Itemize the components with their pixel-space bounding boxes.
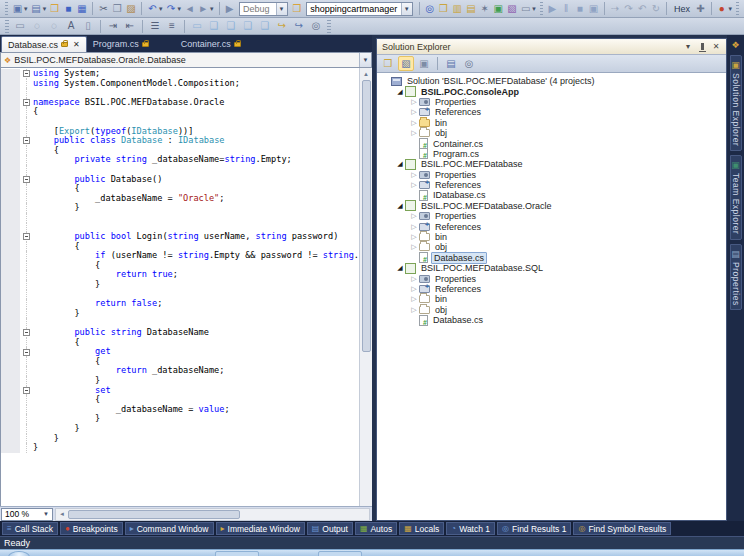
indicator-margin[interactable] xyxy=(1,376,20,386)
tree-item-properties[interactable]: ▷Properties xyxy=(377,170,726,180)
debug-config-combo[interactable]: Debug▼ xyxy=(239,2,288,16)
se-properties-icon[interactable]: ❒ xyxy=(380,56,396,71)
cut-icon[interactable]: ✂ xyxy=(97,1,110,16)
tree-item-program-cs[interactable]: Program.cs xyxy=(377,149,726,159)
uncomment-icon[interactable]: ≡ xyxy=(164,19,180,34)
document-tab-program-cs[interactable]: Program.cs xyxy=(87,36,155,52)
window-position-icon[interactable]: ▾ xyxy=(681,40,695,53)
collapse-region-icon[interactable] xyxy=(23,233,30,240)
outlining-margin[interactable] xyxy=(20,251,33,261)
taskbar-button[interactable] xyxy=(318,551,362,556)
start-debug-icon[interactable]: ▶ xyxy=(223,1,236,16)
dropdown-icon[interactable]: ▼ xyxy=(401,3,412,15)
se-show-all-files-icon[interactable]: ▧ xyxy=(398,56,414,71)
indicator-margin[interactable] xyxy=(1,309,20,319)
indicator-margin[interactable] xyxy=(1,347,20,357)
word-completion-icon[interactable]: A xyxy=(63,19,79,34)
quick-info-icon[interactable]: ▯ xyxy=(80,19,96,34)
find-combo[interactable]: shoppingcartmanager▼ xyxy=(306,2,412,16)
toolbar-grip[interactable] xyxy=(736,2,739,15)
properties-window-icon[interactable]: ▤ xyxy=(465,1,478,16)
outlining-margin[interactable] xyxy=(20,357,33,367)
open-file-icon[interactable]: ❒ xyxy=(48,1,61,16)
side-tab-solution-explorer[interactable]: ▣Solution Explorer xyxy=(730,55,742,151)
dropdown-icon[interactable]: ▼ xyxy=(276,3,287,15)
indicator-margin[interactable] xyxy=(1,357,20,367)
indicator-margin[interactable] xyxy=(1,338,20,348)
panel-tab-call-stack[interactable]: ≡Call Stack xyxy=(2,522,58,535)
indicator-margin[interactable] xyxy=(1,107,20,117)
solution-explorer-header[interactable]: Solution Explorer ▾ ✕ xyxy=(377,39,726,55)
show-next-statement-icon[interactable]: ⇢ xyxy=(609,1,622,16)
outlining-margin[interactable] xyxy=(20,213,33,223)
se-view-code-icon[interactable]: ▤ xyxy=(443,56,459,71)
indicator-margin[interactable] xyxy=(1,366,20,376)
outlining-margin[interactable] xyxy=(20,175,33,185)
tree-item-obj[interactable]: ▷obj xyxy=(377,242,726,252)
indicator-margin[interactable] xyxy=(1,280,20,290)
editor-zoom-select[interactable]: 100 % ▼ xyxy=(1,508,53,521)
outlining-margin[interactable] xyxy=(20,155,33,165)
dropdown-caret-icon[interactable]: ▼ xyxy=(23,6,29,12)
find-in-files-icon[interactable]: ◎ xyxy=(423,1,436,16)
collapse-region-icon[interactable] xyxy=(23,329,30,336)
tree-item-idatabase-cs[interactable]: IDatabase.cs xyxy=(377,190,726,200)
navigate-back-icon[interactable]: ◄ xyxy=(183,1,196,16)
dropdown-caret-icon[interactable]: ▼ xyxy=(727,6,733,12)
outlining-margin[interactable] xyxy=(20,146,33,156)
outlining-margin[interactable] xyxy=(20,405,33,415)
outlining-margin[interactable] xyxy=(20,88,33,98)
outlining-margin[interactable] xyxy=(20,270,33,280)
dropdown-caret-icon[interactable]: ▼ xyxy=(209,6,215,12)
toolbar-grip[interactable] xyxy=(5,20,9,33)
save-icon[interactable]: ■ xyxy=(62,1,75,16)
indicator-margin[interactable] xyxy=(1,232,20,242)
tree-item-references[interactable]: ▷References xyxy=(377,284,726,294)
toolbar-grip[interactable] xyxy=(327,20,331,33)
se-view-designer-icon[interactable]: ◎ xyxy=(461,56,477,71)
continue-icon[interactable]: ▶ xyxy=(546,1,559,16)
expand-arrow-icon[interactable]: ▷ xyxy=(409,129,419,137)
expand-arrow-icon[interactable]: ▷ xyxy=(409,171,419,179)
step-over-icon[interactable]: ↶ xyxy=(636,1,649,16)
taskbar-button[interactable] xyxy=(215,551,259,556)
tree-item-bsil-poc-mefdatabase-sql[interactable]: ◢BSIL.POC.MEFDatabase.SQL xyxy=(377,263,726,273)
tree-item-bsil-poc-consoleapp[interactable]: ◢BSIL.POC.ConsoleApp xyxy=(377,86,726,96)
extension-manager-icon[interactable]: ▣ xyxy=(492,1,505,16)
outlining-margin[interactable] xyxy=(20,203,33,213)
outlining-margin[interactable] xyxy=(20,136,33,146)
collapse-region-icon[interactable] xyxy=(23,70,30,77)
indicator-margin[interactable] xyxy=(1,290,20,300)
collapse-region-icon[interactable] xyxy=(23,387,30,394)
expand-arrow-icon[interactable]: ▷ xyxy=(409,243,419,251)
dropdown-caret-icon[interactable]: ▼ xyxy=(41,6,47,12)
tree-item-bin[interactable]: ▷bin xyxy=(377,232,726,242)
outlining-margin[interactable] xyxy=(20,242,33,252)
tree-item-obj[interactable]: ▷obj xyxy=(377,128,726,138)
expand-arrow-icon[interactable]: ▷ xyxy=(409,275,419,283)
indicator-margin[interactable] xyxy=(1,213,20,223)
tree-item-references[interactable]: ▷References xyxy=(377,107,726,117)
tree-item-database-cs[interactable]: Database.cs xyxy=(377,253,726,263)
side-tab-team-explorer[interactable]: ▣Team Explorer xyxy=(730,155,742,239)
panel-tab-find-results-1[interactable]: ◎Find Results 1 xyxy=(497,522,571,535)
outlining-margin[interactable] xyxy=(20,79,33,89)
indicator-margin[interactable] xyxy=(1,117,20,127)
indicator-margin[interactable] xyxy=(1,146,20,156)
outlining-margin[interactable] xyxy=(20,69,33,79)
tree-item-properties[interactable]: ▷Properties xyxy=(377,211,726,221)
editor-horizontal-scrollbar[interactable]: ◄ xyxy=(55,508,370,521)
tree-item-bsil-poc-mefdatabase-oracle[interactable]: ◢BSIL.POC.MEFDatabase.Oracle xyxy=(377,201,726,211)
side-tab-properties[interactable]: ▤Properties xyxy=(730,244,742,311)
indicator-margin[interactable] xyxy=(1,386,20,396)
tree-item-properties[interactable]: ▷Properties xyxy=(377,97,726,107)
expand-arrow-icon[interactable]: ▷ xyxy=(409,108,419,116)
tree-item-bsil-poc-mefdatabase[interactable]: ◢BSIL.POC.MEFDatabase xyxy=(377,159,726,169)
indicator-margin[interactable] xyxy=(1,318,20,328)
find-symbol-icon[interactable]: ◎ xyxy=(308,19,324,34)
outlining-margin[interactable] xyxy=(20,366,33,376)
scroll-up-icon[interactable]: ▲ xyxy=(363,68,369,80)
outlining-margin[interactable] xyxy=(20,338,33,348)
tree-item-solution-bsil-poc-mefdatabase-4-projects[interactable]: Solution 'BSIL.POC.MEFDatabase' (4 proje… xyxy=(377,76,726,86)
panel-tab-breakpoints[interactable]: ●Breakpoints xyxy=(60,522,123,535)
